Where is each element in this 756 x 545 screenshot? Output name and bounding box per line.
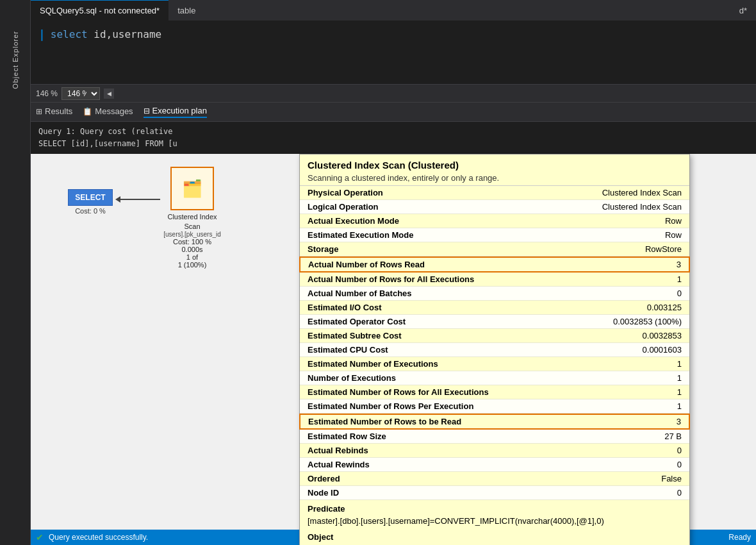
prop-name-3: Estimated Execution Mode	[308, 230, 413, 240]
index-scan-rows2: 1 (100%)	[178, 261, 207, 269]
zoom-value-label: 146 %	[36, 89, 58, 98]
prop-row-2: Actual Execution ModeRow	[300, 214, 689, 228]
prop-value-10: 0.0032853	[643, 331, 682, 340]
prop-row-17: Estimated Row Size27 B	[300, 430, 689, 444]
status-success-icon: ✔	[36, 532, 44, 542]
tooltip-body: Physical OperationClustered Index ScanLo…	[300, 186, 689, 500]
prop-name-21: Node ID	[308, 488, 339, 498]
prop-row-10: Estimated Subtree Cost0.0032853	[300, 329, 689, 343]
tooltip-header: Clustered Index Scan (Clustered) Scannin…	[300, 155, 689, 186]
tab-execution-plan[interactable]: ⊟ Execution plan	[144, 106, 207, 118]
prop-row-0: Physical OperationClustered Index Scan	[300, 186, 689, 200]
execution-plan-icon: ⊟	[144, 106, 150, 115]
prop-row-8: Estimated I/O Cost0.003125	[300, 301, 689, 315]
tab-label-table: table	[177, 6, 195, 15]
arrow-head	[115, 196, 120, 203]
prop-value-17: 27 B	[664, 432, 682, 441]
scroll-left-button[interactable]: ◀	[104, 88, 114, 99]
prop-name-11: Estimated CPU Cost	[308, 345, 388, 355]
prop-value-21: 0	[677, 488, 682, 498]
execution-plan-container: Query 1: Query cost (relative SELECT [id…	[31, 122, 756, 545]
prop-value-8: 0.003125	[647, 303, 682, 312]
prop-name-14: Estimated Number of Rows for All Executi…	[308, 387, 489, 397]
prop-value-9: 0.0032853 (100%)	[613, 317, 682, 326]
prop-name-2: Actual Execution Mode	[308, 216, 399, 226]
select-label: SELECT	[75, 193, 105, 202]
select-node[interactable]: SELECT Cost: 0 %	[68, 189, 113, 215]
index-label: Clustered Index Scan	[167, 213, 217, 230]
prop-name-5: Actual Number of Rows Read	[308, 260, 425, 269]
prop-value-2: Row	[665, 216, 682, 226]
prop-name-18: Actual Rebinds	[308, 446, 368, 455]
prop-name-17: Estimated Row Size	[308, 432, 386, 441]
prop-value-15: 1	[677, 401, 682, 411]
prop-name-19: Actual Rewinds	[308, 460, 370, 469]
prop-value-6: 1	[677, 274, 682, 284]
select-box: SELECT	[68, 189, 113, 206]
zoom-bar: 146 % 146 % 100 % 75 % ◀	[31, 85, 756, 103]
tab-right[interactable]: d*	[730, 0, 756, 21]
prop-value-11: 0.0001603	[643, 345, 682, 355]
prop-row-15: Estimated Number of Rows Per Execution1	[300, 399, 689, 414]
prop-value-18: 0	[677, 446, 682, 455]
tab-results[interactable]: ⊞ Results	[36, 106, 72, 117]
prop-row-16: Estimated Number of Rows to be Read3	[299, 414, 690, 430]
prop-value-7: 0	[677, 289, 682, 298]
prop-row-19: Actual Rewinds0	[300, 458, 689, 472]
prop-name-8: Estimated I/O Cost	[308, 303, 382, 312]
prop-value-1: Clustered Index Scan	[602, 202, 682, 212]
index-scan-box: 🗂️	[170, 167, 214, 210]
zoom-dropdown[interactable]: 146 % 100 % 75 %	[62, 87, 100, 100]
prop-row-3: Estimated Execution ModeRow	[300, 228, 689, 242]
prop-name-20: Ordered	[308, 474, 340, 483]
tab-messages[interactable]: 📋 Messages	[83, 106, 133, 117]
query-info-area: Query 1: Query cost (relative SELECT [id…	[31, 122, 756, 154]
prop-row-20: OrderedFalse	[300, 472, 689, 486]
messages-icon: 📋	[83, 107, 92, 116]
prop-name-6: Actual Number of Rows for All Executions	[308, 274, 474, 284]
tooltip-panel: Clustered Index Scan (Clustered) Scannin…	[299, 154, 690, 545]
prop-name-1: Logical Operation	[308, 202, 379, 212]
index-scan-icon: 🗂️	[182, 179, 202, 199]
tab-right-label: d*	[739, 6, 747, 15]
prop-value-14: 1	[677, 387, 682, 397]
query-info-line1: Query 1: Query cost (relative	[38, 126, 748, 138]
prop-row-11: Estimated CPU Cost0.0001603	[300, 343, 689, 357]
select-cost: Cost: 0 %	[68, 207, 113, 215]
prop-row-21: Node ID0	[300, 486, 689, 500]
prop-row-13: Number of Executions1	[300, 371, 689, 385]
index-scan-node[interactable]: 🗂️ Clustered Index Scan [users].[pk_user…	[160, 167, 224, 269]
tab-label-sqlquery5: SQLQuery5.sql - not connected*	[40, 6, 160, 15]
prop-name-13: Number of Executions	[308, 373, 396, 383]
index-scan-rows: 1 of	[186, 253, 198, 261]
prop-row-1: Logical OperationClustered Index Scan	[300, 200, 689, 214]
tab-sqlquery5[interactable]: SQLQuery5.sql - not connected*	[31, 0, 168, 21]
prop-name-4: Storage	[308, 244, 338, 254]
predicate-label: Predicate	[300, 500, 689, 515]
tab-execution-plan-label: Execution plan	[152, 106, 207, 115]
prop-value-0: Clustered Index Scan	[602, 188, 682, 197]
prop-value-13: 1	[677, 373, 682, 383]
tab-table[interactable]: table	[168, 0, 204, 21]
prop-row-18: Actual Rebinds0	[300, 444, 689, 458]
connector-arrow	[117, 199, 160, 200]
prop-row-4: StorageRowStore	[300, 242, 689, 256]
index-scan-time: 0.000s	[181, 246, 202, 253]
status-text: Query executed successfully.	[49, 533, 148, 542]
prop-row-7: Actual Number of Batches0	[300, 287, 689, 301]
predicate-value: [master].[dbo].[users].[username]=CONVER…	[300, 515, 689, 528]
status-ready: Ready	[728, 533, 751, 542]
results-icon: ⊞	[36, 107, 42, 116]
left-panel-top	[0, 0, 31, 21]
prop-value-5: 3	[677, 260, 681, 269]
prop-name-16: Estimated Number of Rows to be Read	[308, 417, 461, 426]
object-explorer-label: Object Explorer	[12, 31, 19, 89]
prop-value-19: 0	[677, 460, 682, 469]
tab-messages-label: Messages	[95, 106, 133, 116]
prop-row-14: Estimated Number of Rows for All Executi…	[300, 385, 689, 399]
prop-name-12: Estimated Number of Executions	[308, 359, 438, 369]
prop-value-12: 1	[677, 359, 682, 369]
index-scan-sublabel: [users].[pk_users_id	[163, 231, 221, 238]
code-content[interactable]: select id,username	[51, 26, 161, 42]
prop-name-0: Physical Operation	[308, 188, 383, 197]
